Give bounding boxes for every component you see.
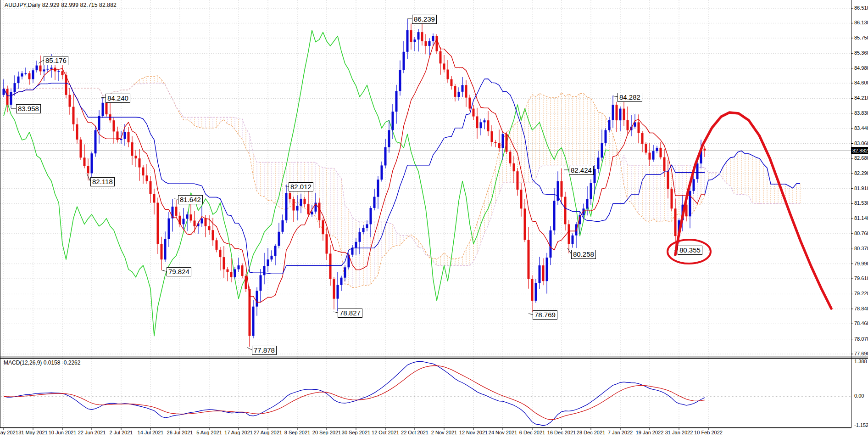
price-axis-label: 78.840 <box>854 306 868 311</box>
price-axis-label: 78.070 <box>854 336 868 342</box>
current-price-tag: 82.882 <box>851 147 868 154</box>
macd-axis-label: 1.388 <box>854 359 867 364</box>
price-callout-label[interactable]: 80.355 <box>678 246 702 255</box>
price-axis-label: 84.600 <box>854 80 868 85</box>
price-callout-label[interactable]: 83.958 <box>16 104 41 113</box>
price-axis-label: 85.360 <box>854 50 868 56</box>
price-axis-label: 79.220 <box>854 291 868 296</box>
price-callout-label[interactable]: 84.282 <box>618 93 642 102</box>
price-callout-label[interactable]: 80.258 <box>571 250 596 259</box>
price-callout-label[interactable]: 78.827 <box>338 309 362 318</box>
price-axis-label: 77.690 <box>854 351 868 356</box>
price-axis-label: 83.060 <box>854 140 868 146</box>
price-axis-label: 81.530 <box>854 200 868 206</box>
macd-indicator-label: MACD(12,26,9) 0.0158 -0.2262 <box>4 359 80 366</box>
price-callout-label[interactable]: 82.424 <box>569 166 594 175</box>
price-axis-label: 83.440 <box>854 125 868 131</box>
price-axis-label: 80.760 <box>854 230 868 236</box>
price-axis-label: 84.980 <box>854 65 868 71</box>
price-axis-label: 83.830 <box>854 110 868 116</box>
price-axis-label: 86.130 <box>854 20 868 25</box>
projection-arc-drawing[interactable] <box>675 112 831 309</box>
price-axis-label: 82.290 <box>854 170 868 176</box>
date-axis-label: 10 Feb 2022 <box>688 430 729 435</box>
price-axis-label: 78.460 <box>854 320 868 326</box>
price-axis-label: 79.990 <box>854 261 868 266</box>
price-callout-label[interactable]: 78.769 <box>533 310 557 320</box>
price-axis-label: 86.510 <box>854 5 868 11</box>
price-axis-label: 85.750 <box>854 35 868 40</box>
macd-axis-label: -1.1527 <box>854 422 868 428</box>
price-axis-label: 79.610 <box>854 275 868 281</box>
price-axis-label: 80.370 <box>854 246 868 251</box>
price-callout-label[interactable]: 77.878 <box>252 346 277 355</box>
price-axis-label: 81.140 <box>854 215 868 221</box>
chart-canvas[interactable] <box>0 0 868 438</box>
price-callout-label[interactable]: 86.239 <box>412 15 437 24</box>
mt4-chart-window: AUDJPY,Daily 82.929 82.999 82.715 82.882… <box>0 0 868 438</box>
price-axis-label: 81.910 <box>854 185 868 191</box>
price-callout-label[interactable]: 85.176 <box>44 56 68 65</box>
price-callout-label[interactable]: 79.824 <box>167 267 191 276</box>
price-callout-label[interactable]: 82.012 <box>289 182 313 191</box>
symbol-ohlc-label: AUDJPY,Daily 82.929 82.999 82.715 82.882 <box>5 2 117 8</box>
price-callout-label[interactable]: 84.240 <box>106 94 130 103</box>
price-axis-label: 84.210 <box>854 95 868 101</box>
price-callout-label[interactable]: 82.118 <box>90 177 115 186</box>
price-callout-label[interactable]: 81.642 <box>178 195 203 204</box>
macd-axis-label: 0.00 <box>854 393 864 399</box>
price-axis-label: 82.680 <box>854 155 868 161</box>
